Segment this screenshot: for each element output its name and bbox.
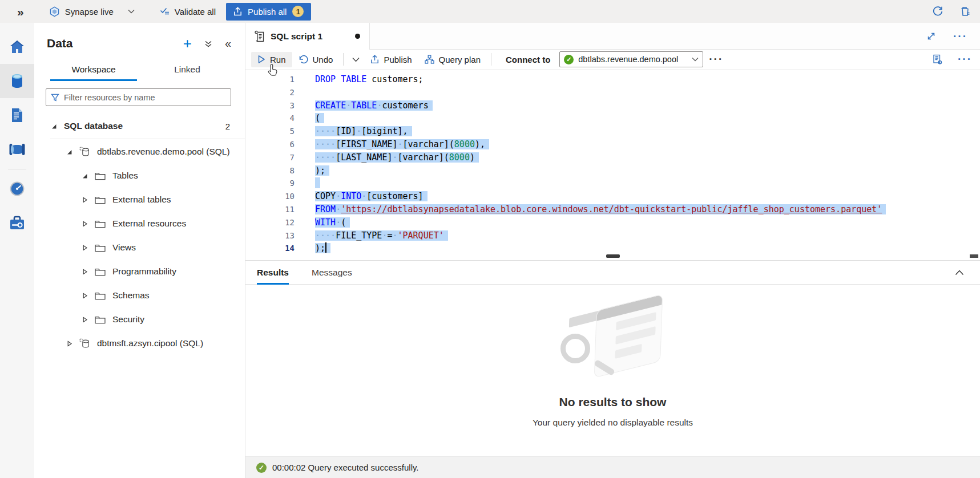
code-line-13[interactable]: 13····FILE_TYPE·=·'PARQUET' [245, 229, 980, 242]
line-content[interactable]: ····[LAST_NAME]·[varchar](8000) [315, 151, 479, 164]
tree-item-tables[interactable]: Tables [34, 164, 245, 188]
integrate-icon [9, 143, 26, 156]
code-line-8[interactable]: 8); [245, 164, 980, 177]
hub-home[interactable] [0, 30, 34, 64]
collapse-all-icon[interactable] [204, 39, 212, 48]
code-line-9[interactable]: 9 [245, 177, 980, 190]
editor-more-button[interactable]: ··· [958, 53, 972, 66]
tree-expand-arrow[interactable] [81, 221, 88, 227]
undo-button[interactable]: Undo [292, 52, 340, 67]
query-plan-button[interactable]: Query plan [418, 52, 487, 67]
folder-icon [95, 172, 106, 180]
discard-trash-icon[interactable] [959, 6, 971, 17]
filter-input[interactable] [64, 93, 226, 102]
line-content[interactable]: ····FILE_TYPE·=·'PARQUET' [315, 229, 448, 242]
publish-count-badge: 1 [292, 6, 304, 17]
expand-menu-icon[interactable]: » [17, 6, 24, 18]
run-label: Run [270, 55, 286, 64]
script-settings-icon[interactable] [932, 54, 943, 65]
tab-workspace[interactable]: Workspace [50, 59, 137, 81]
tree-expand-arrow[interactable] [81, 269, 88, 275]
line-content[interactable]: CREATE·TABLE·customers [315, 99, 433, 112]
code-line-5[interactable]: 5····[ID]·[bigint], [245, 125, 980, 138]
refresh-icon[interactable] [932, 6, 943, 17]
tab-messages[interactable]: Messages [312, 261, 352, 285]
publish-button[interactable]: Publish [364, 52, 418, 67]
tree-item-security[interactable]: Security [34, 307, 245, 331]
collapse-panel-icon[interactable]: « [225, 38, 231, 49]
code-line-2[interactable]: 2 [245, 86, 980, 99]
token-num: 8000 [454, 139, 475, 149]
hub-data[interactable] [0, 64, 34, 98]
publish-all-button[interactable]: Publish all 1 [226, 3, 311, 21]
tree-item-count: 2 [225, 121, 230, 131]
token-kw: DROP [315, 74, 336, 84]
tree-item-label: Programmability [112, 266, 176, 277]
line-content[interactable]: ); [315, 242, 330, 253]
run-button[interactable]: Run [251, 52, 292, 67]
tree-collapse-arrow[interactable] [66, 149, 72, 155]
code-line-12[interactable]: 12WITH·( [245, 216, 980, 229]
pool-dropdown[interactable]: ✓ dbtlabs.revenue.demo.pool [559, 51, 703, 67]
tree-item-schemas[interactable]: Schemas [34, 283, 245, 307]
tab-more-icon[interactable]: ··· [953, 30, 967, 43]
hub-integrate[interactable] [0, 132, 34, 167]
token-kw: INTO [341, 191, 361, 201]
validate-all-button[interactable]: Validate all [160, 7, 216, 17]
toolbar-divider [343, 53, 344, 66]
collapse-results-icon[interactable] [955, 270, 964, 276]
toolbar-more-button[interactable]: ··· [703, 53, 729, 66]
line-content[interactable]: ); [315, 164, 329, 177]
line-content[interactable] [315, 177, 320, 190]
splitter-handle-icon[interactable] [606, 254, 620, 258]
hub-develop[interactable] [0, 98, 34, 132]
tree-item-label: Tables [112, 171, 138, 181]
line-content[interactable]: ····[FIRST_NAME]·[varchar](8000), [315, 138, 489, 151]
selection-highlight: ); [315, 165, 329, 176]
code-line-1[interactable]: 1DROP TABLE customers; [245, 73, 980, 86]
tree-expand-arrow[interactable] [81, 293, 88, 299]
line-content[interactable]: ····[ID]·[bigint], [315, 125, 412, 138]
script-toolbar: Run Undo Publish [245, 50, 980, 70]
rail-divider [8, 169, 26, 169]
tree-item-external-resources[interactable]: External resources [34, 212, 245, 236]
tree-expand-arrow[interactable] [81, 245, 88, 251]
tab-linked[interactable]: Linked [155, 59, 219, 81]
tree-expand-arrow[interactable] [81, 317, 88, 323]
tree-collapse-arrow[interactable] [81, 173, 88, 179]
tab-results[interactable]: Results [257, 261, 289, 285]
line-content[interactable]: FROM·'https://dbtlabsynapsedatalake.blob… [315, 203, 886, 216]
token-kw: WITH [315, 217, 336, 228]
results-splitter[interactable] [245, 253, 980, 260]
sql-code-editor[interactable]: 1DROP TABLE customers;23CREATE·TABLE·cus… [245, 70, 980, 253]
line-content[interactable]: COPY·INTO·[customers] [315, 190, 428, 203]
mode-selector[interactable]: Synapse live [49, 6, 135, 17]
tab-sql-script-1[interactable]: SQL script 1 [245, 23, 370, 50]
code-line-11[interactable]: 11FROM·'https://dbtlabsynapsedatalake.bl… [245, 203, 980, 216]
tree-item-views[interactable]: Views [34, 236, 245, 260]
hub-monitor[interactable] [0, 172, 34, 206]
tree-item-dbtlabs-revenue-demo-pool-sql[interactable]: dbtlabs.revenue.demo.pool (SQL) [34, 140, 245, 164]
no-results-illustration-icon [545, 301, 681, 380]
tree-expand-arrow[interactable] [66, 341, 72, 347]
line-content[interactable]: ( [315, 112, 324, 125]
code-line-14[interactable]: 14); [245, 242, 980, 253]
tree-item-programmability[interactable]: Programmability [34, 260, 245, 283]
tree-item-sql-database[interactable]: SQL database2 [34, 114, 245, 138]
code-line-6[interactable]: 6····[FIRST_NAME]·[varchar](8000), [245, 138, 980, 151]
run-options-chevron[interactable] [348, 54, 364, 65]
code-line-4[interactable]: 4( [245, 112, 980, 125]
code-line-3[interactable]: 3CREATE·TABLE·customers [245, 99, 980, 112]
add-resource-button[interactable]: + [183, 38, 192, 49]
tree-item-dbtmsft-azsyn-cipool-sql[interactable]: dbtmsft.azsyn.cipool (SQL) [34, 331, 245, 355]
code-line-7[interactable]: 7····[LAST_NAME]·[varchar](8000) [245, 151, 980, 164]
line-content[interactable]: DROP TABLE customers; [315, 73, 424, 86]
tree-expand-arrow[interactable] [81, 197, 88, 203]
tree-collapse-arrow[interactable] [50, 123, 57, 129]
filter-resources-box[interactable] [46, 88, 231, 106]
tree-item-external-tables[interactable]: External tables [34, 188, 245, 212]
code-line-10[interactable]: 10COPY·INTO·[customers] [245, 190, 980, 203]
line-content[interactable]: WITH·( [315, 216, 350, 229]
hub-manage[interactable] [0, 206, 34, 240]
expand-editor-icon[interactable] [926, 31, 936, 41]
